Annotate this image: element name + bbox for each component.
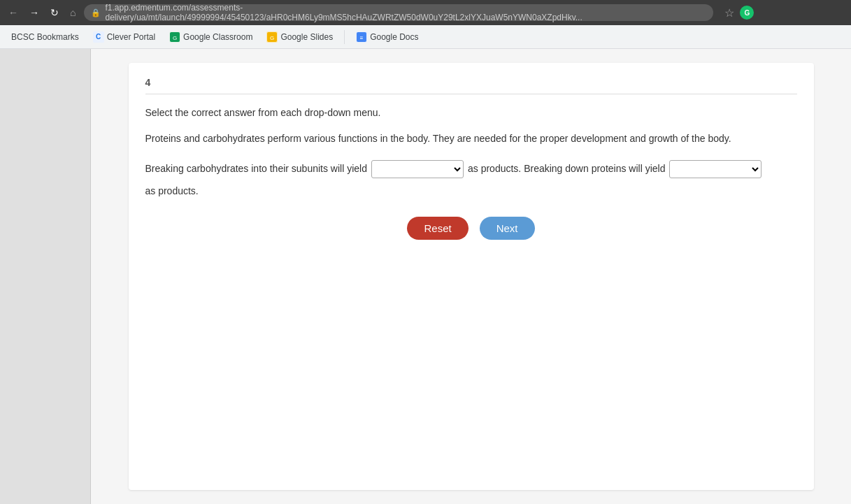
dropdown1[interactable]: monosaccharides amino acids fatty acids … [371, 160, 464, 178]
home-button[interactable]: ⌂ [67, 4, 78, 21]
bookmark-divider [344, 30, 345, 44]
svg-text:G: G [270, 35, 274, 41]
browser-toolbar: ← → ↻ ⌂ 🔒 f1.app.edmentum.com/assessment… [0, 0, 851, 25]
classroom-label: Google Classroom [183, 32, 252, 42]
sentence-part2: as products. Breaking down proteins will… [468, 160, 665, 178]
bookmark-classroom[interactable]: G Google Classroom [164, 29, 258, 45]
next-button[interactable]: Next [480, 217, 535, 240]
question-card: 4 Select the correct answer from each dr… [129, 63, 814, 490]
buttons-row: Reset Next [145, 217, 797, 240]
question-sentence: Breaking carbohydrates into their subuni… [145, 160, 797, 200]
back-button[interactable]: ← [6, 4, 21, 21]
dropdown2[interactable]: monosaccharides amino acids fatty acids … [669, 160, 761, 178]
lock-icon: 🔒 [91, 8, 101, 17]
sidebar [0, 49, 91, 504]
slides-label: Google Slides [280, 32, 333, 42]
bookmark-clever[interactable]: C Clever Portal [87, 29, 161, 45]
docs-label: Google Docs [370, 32, 418, 42]
bookmark-docs[interactable]: ≡ Google Docs [350, 29, 424, 45]
reset-button[interactable]: Reset [407, 217, 468, 240]
clever-label: Clever Portal [107, 32, 155, 42]
question-number: 4 [145, 77, 797, 94]
clever-favicon: C [93, 31, 104, 43]
content-area: 4 Select the correct answer from each dr… [91, 49, 851, 504]
bookmark-bcsc[interactable]: BCSC Bookmarks [6, 29, 85, 45]
bcsc-label: BCSC Bookmarks [11, 32, 79, 42]
bookmark-star-icon[interactable]: ☆ [724, 6, 734, 20]
docs-favicon: ≡ [356, 31, 367, 43]
sentence-part3: as products. [145, 182, 199, 200]
page-body: 4 Select the correct answer from each dr… [0, 49, 851, 504]
grammarly-icon: G [740, 6, 754, 20]
body-text: Proteins and carbohydrates perform vario… [145, 131, 797, 146]
instruction-text: Select the correct answer from each drop… [145, 106, 797, 120]
forward-button[interactable]: → [27, 4, 42, 21]
svg-text:G: G [173, 35, 177, 41]
bookmarks-bar: BCSC Bookmarks C Clever Portal G Google … [0, 25, 851, 49]
url-text: f1.app.edmentum.com/assessments-delivery… [105, 3, 706, 22]
sentence-part1: Breaking carbohydrates into their subuni… [145, 160, 368, 178]
svg-text:≡: ≡ [360, 35, 364, 41]
address-bar[interactable]: 🔒 f1.app.edmentum.com/assessments-delive… [84, 4, 713, 21]
bookmark-slides[interactable]: G Google Slides [261, 29, 338, 45]
slides-favicon: G [266, 31, 278, 43]
refresh-button[interactable]: ↻ [48, 4, 62, 21]
classroom-favicon: G [169, 31, 180, 43]
